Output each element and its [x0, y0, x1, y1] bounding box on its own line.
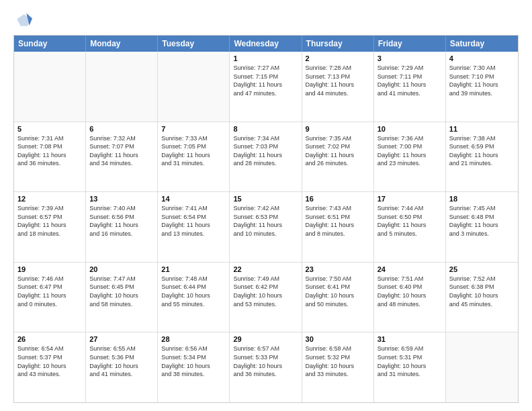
day-info: Sunrise: 7:46 AM Sunset: 6:47 PM Dayligh… — [17, 275, 82, 308]
day-info: Sunrise: 7:36 AM Sunset: 7:00 PM Dayligh… — [378, 134, 442, 168]
day-cell-22: 22Sunrise: 7:49 AM Sunset: 6:42 PM Dayli… — [230, 263, 302, 332]
weekday-header-friday: Friday — [374, 36, 446, 52]
day-info: Sunrise: 7:27 AM Sunset: 7:15 PM Dayligh… — [233, 64, 298, 97]
day-info: Sunrise: 7:51 AM Sunset: 6:40 PM Dayligh… — [378, 275, 442, 308]
weekday-header-saturday: Saturday — [446, 36, 518, 52]
day-info: Sunrise: 7:32 AM Sunset: 7:07 PM Dayligh… — [89, 134, 154, 168]
day-info: Sunrise: 7:45 AM Sunset: 6:48 PM Dayligh… — [449, 204, 515, 238]
day-info: Sunrise: 7:41 AM Sunset: 6:54 PM Dayligh… — [161, 204, 226, 238]
day-cell-13: 13Sunrise: 7:40 AM Sunset: 6:56 PM Dayli… — [86, 192, 158, 262]
day-cell-17: 17Sunrise: 7:44 AM Sunset: 6:50 PM Dayli… — [374, 192, 446, 262]
day-info: Sunrise: 7:40 AM Sunset: 6:56 PM Dayligh… — [89, 204, 154, 238]
day-cell-1: 1Sunrise: 7:27 AM Sunset: 7:15 PM Daylig… — [230, 52, 302, 122]
page: SundayMondayTuesdayWednesdayThursdayFrid… — [0, 0, 532, 411]
day-cell-3: 3Sunrise: 7:29 AM Sunset: 7:11 PM Daylig… — [374, 52, 446, 122]
calendar-row-0: 1Sunrise: 7:27 AM Sunset: 7:15 PM Daylig… — [14, 52, 518, 122]
day-number: 12 — [17, 195, 82, 203]
calendar-row-3: 19Sunrise: 7:46 AM Sunset: 6:47 PM Dayli… — [14, 263, 518, 333]
day-cell-8: 8Sunrise: 7:34 AM Sunset: 7:03 PM Daylig… — [230, 122, 302, 192]
day-cell-5: 5Sunrise: 7:31 AM Sunset: 7:08 PM Daylig… — [14, 122, 86, 192]
day-number: 13 — [89, 195, 154, 203]
day-cell-2: 2Sunrise: 7:28 AM Sunset: 7:13 PM Daylig… — [302, 52, 374, 122]
day-cell-28: 28Sunrise: 6:56 AM Sunset: 5:34 PM Dayli… — [158, 332, 230, 402]
empty-cell — [86, 52, 158, 122]
day-info: Sunrise: 6:55 AM Sunset: 5:36 PM Dayligh… — [89, 345, 154, 378]
day-info: Sunrise: 7:52 AM Sunset: 6:38 PM Dayligh… — [449, 275, 515, 308]
day-number: 9 — [306, 125, 370, 133]
day-cell-31: 31Sunrise: 6:59 AM Sunset: 5:31 PM Dayli… — [374, 332, 446, 402]
day-info: Sunrise: 7:38 AM Sunset: 6:59 PM Dayligh… — [449, 134, 515, 168]
day-number: 16 — [306, 195, 370, 203]
day-info: Sunrise: 6:54 AM Sunset: 5:37 PM Dayligh… — [17, 345, 82, 378]
day-info: Sunrise: 7:30 AM Sunset: 7:10 PM Dayligh… — [449, 64, 515, 97]
empty-cell — [446, 332, 518, 402]
day-number: 30 — [306, 335, 370, 343]
day-number: 31 — [378, 335, 442, 343]
day-info: Sunrise: 7:44 AM Sunset: 6:50 PM Dayligh… — [378, 204, 442, 238]
day-info: Sunrise: 7:43 AM Sunset: 6:51 PM Dayligh… — [306, 204, 370, 238]
day-cell-15: 15Sunrise: 7:42 AM Sunset: 6:53 PM Dayli… — [230, 192, 302, 262]
day-info: Sunrise: 7:48 AM Sunset: 6:44 PM Dayligh… — [161, 275, 226, 308]
logo-icon — [13, 11, 32, 30]
day-number: 2 — [306, 54, 370, 62]
day-number: 14 — [161, 195, 226, 203]
day-info: Sunrise: 7:47 AM Sunset: 6:45 PM Dayligh… — [89, 275, 154, 308]
day-cell-12: 12Sunrise: 7:39 AM Sunset: 6:57 PM Dayli… — [14, 192, 86, 262]
day-number: 5 — [17, 125, 82, 133]
weekday-header-thursday: Thursday — [302, 36, 374, 52]
day-cell-25: 25Sunrise: 7:52 AM Sunset: 6:38 PM Dayli… — [446, 263, 518, 332]
day-number: 20 — [89, 265, 154, 273]
empty-cell — [158, 52, 230, 122]
calendar-row-1: 5Sunrise: 7:31 AM Sunset: 7:08 PM Daylig… — [14, 122, 518, 193]
weekday-header-wednesday: Wednesday — [230, 36, 302, 52]
day-info: Sunrise: 7:50 AM Sunset: 6:41 PM Dayligh… — [306, 275, 370, 308]
day-info: Sunrise: 6:57 AM Sunset: 5:33 PM Dayligh… — [233, 345, 298, 378]
day-cell-26: 26Sunrise: 6:54 AM Sunset: 5:37 PM Dayli… — [14, 332, 86, 402]
day-number: 27 — [89, 335, 154, 343]
day-info: Sunrise: 7:35 AM Sunset: 7:02 PM Dayligh… — [306, 134, 370, 168]
day-info: Sunrise: 7:42 AM Sunset: 6:53 PM Dayligh… — [233, 204, 298, 238]
day-number: 8 — [233, 125, 298, 133]
day-cell-21: 21Sunrise: 7:48 AM Sunset: 6:44 PM Dayli… — [158, 263, 230, 332]
day-cell-16: 16Sunrise: 7:43 AM Sunset: 6:51 PM Dayli… — [302, 192, 374, 262]
day-cell-6: 6Sunrise: 7:32 AM Sunset: 7:07 PM Daylig… — [86, 122, 158, 192]
day-info: Sunrise: 6:58 AM Sunset: 5:32 PM Dayligh… — [306, 345, 370, 378]
day-cell-4: 4Sunrise: 7:30 AM Sunset: 7:10 PM Daylig… — [446, 52, 518, 122]
header — [13, 11, 519, 30]
day-number: 17 — [378, 195, 442, 203]
day-cell-7: 7Sunrise: 7:33 AM Sunset: 7:05 PM Daylig… — [158, 122, 230, 192]
day-info: Sunrise: 7:49 AM Sunset: 6:42 PM Dayligh… — [233, 275, 298, 308]
calendar: SundayMondayTuesdayWednesdayThursdayFrid… — [13, 35, 519, 403]
weekday-header-monday: Monday — [86, 36, 158, 52]
day-info: Sunrise: 7:31 AM Sunset: 7:08 PM Dayligh… — [17, 134, 82, 168]
day-number: 24 — [378, 265, 442, 273]
day-cell-9: 9Sunrise: 7:35 AM Sunset: 7:02 PM Daylig… — [302, 122, 374, 192]
day-number: 23 — [306, 265, 370, 273]
day-number: 29 — [233, 335, 298, 343]
calendar-row-4: 26Sunrise: 6:54 AM Sunset: 5:37 PM Dayli… — [14, 332, 518, 402]
day-cell-24: 24Sunrise: 7:51 AM Sunset: 6:40 PM Dayli… — [374, 263, 446, 332]
day-number: 15 — [233, 195, 298, 203]
day-cell-11: 11Sunrise: 7:38 AM Sunset: 6:59 PM Dayli… — [446, 122, 518, 192]
day-info: Sunrise: 6:59 AM Sunset: 5:31 PM Dayligh… — [378, 345, 442, 378]
day-number: 6 — [89, 125, 154, 133]
day-number: 22 — [233, 265, 298, 273]
day-number: 11 — [449, 125, 515, 133]
day-info: Sunrise: 7:28 AM Sunset: 7:13 PM Dayligh… — [306, 64, 370, 97]
day-number: 10 — [378, 125, 442, 133]
day-cell-18: 18Sunrise: 7:45 AM Sunset: 6:48 PM Dayli… — [446, 192, 518, 262]
day-number: 28 — [161, 335, 226, 343]
day-cell-23: 23Sunrise: 7:50 AM Sunset: 6:41 PM Dayli… — [302, 263, 374, 332]
calendar-header: SundayMondayTuesdayWednesdayThursdayFrid… — [14, 36, 518, 52]
day-cell-10: 10Sunrise: 7:36 AM Sunset: 7:00 PM Dayli… — [374, 122, 446, 192]
day-number: 21 — [161, 265, 226, 273]
day-number: 25 — [449, 265, 515, 273]
day-info: Sunrise: 7:33 AM Sunset: 7:05 PM Dayligh… — [161, 134, 226, 168]
day-number: 1 — [233, 54, 298, 62]
day-cell-27: 27Sunrise: 6:55 AM Sunset: 5:36 PM Dayli… — [86, 332, 158, 402]
day-number: 4 — [449, 54, 515, 62]
day-number: 19 — [17, 265, 82, 273]
day-number: 7 — [161, 125, 226, 133]
day-cell-30: 30Sunrise: 6:58 AM Sunset: 5:32 PM Dayli… — [302, 332, 374, 402]
day-number: 18 — [449, 195, 515, 203]
